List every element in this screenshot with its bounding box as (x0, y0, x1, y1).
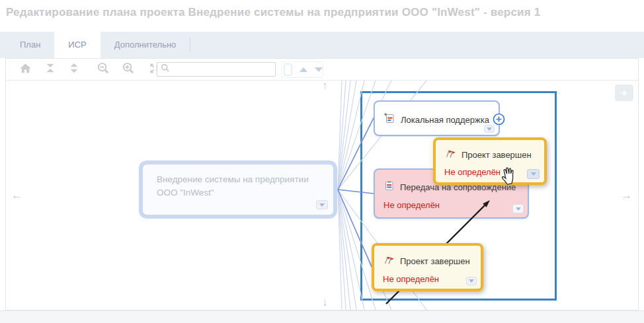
node-status: Не определён (374, 274, 481, 284)
task-icon (383, 180, 395, 194)
chevron-down-icon (469, 279, 474, 283)
collapse-all-icon (44, 61, 57, 77)
plus-circle-icon (493, 113, 505, 126)
node-project-finished-dragged[interactable]: Проект завершен Не определён (433, 137, 547, 185)
page-title: Редактирование плана проекта Внедрение с… (6, 6, 641, 19)
zoom-in-icon (122, 61, 136, 78)
search-options-group (281, 61, 323, 78)
node-collapse-button[interactable] (512, 204, 524, 213)
node-status: Не определён (375, 200, 528, 210)
tab-bar: План ИСР Дополнительно (0, 32, 644, 58)
add-node-button[interactable]: + (615, 85, 633, 101)
project-plan-editor-window: Редактирование плана проекта Внедрение с… (0, 0, 644, 323)
expand-all-button[interactable] (65, 61, 83, 78)
node-collapse-button[interactable] (466, 277, 477, 285)
zoom-in-button[interactable] (120, 61, 137, 78)
tab-plan[interactable]: План (6, 32, 54, 58)
chevron-down-icon (516, 207, 521, 211)
footer-strip (0, 310, 644, 323)
wbs-panel: Внедрение системы на предприятии ООО "In… (5, 58, 639, 310)
tab-separator (190, 38, 190, 52)
mindmap-canvas[interactable]: Внедрение системы на предприятии ООО "In… (6, 81, 638, 310)
scroll-up-arrow[interactable]: ↑ (322, 81, 328, 92)
milestone-icon (444, 147, 456, 162)
search-input[interactable] (173, 63, 275, 75)
color-swatch[interactable] (284, 63, 292, 76)
node-collapse-button[interactable] (484, 125, 495, 133)
summary-task-icon (383, 112, 395, 127)
add-child-button[interactable] (493, 113, 505, 126)
find-next-button[interactable] (315, 67, 323, 72)
collapse-all-button[interactable] (42, 61, 59, 78)
node-project-finished[interactable]: Проект завершен Не определён (372, 243, 483, 291)
zoom-out-icon (97, 61, 110, 78)
home-button[interactable] (17, 61, 34, 78)
node-title: Проект завершен (462, 150, 532, 160)
node-title: Проект завершен (400, 256, 470, 266)
scroll-right-arrow[interactable]: → (621, 189, 632, 202)
find-previous-button[interactable] (300, 67, 307, 72)
mindmap-toolbar (6, 59, 638, 81)
node-collapse-button[interactable] (527, 169, 540, 179)
expand-all-icon (67, 61, 81, 77)
zoom-out-button[interactable] (95, 61, 112, 78)
root-collapse-button[interactable] (316, 200, 328, 209)
chevron-down-icon (319, 203, 325, 207)
chevron-down-icon (487, 127, 492, 131)
tab-additional[interactable]: Дополнительно (101, 32, 190, 58)
search-icon (161, 63, 170, 75)
scroll-down-arrow[interactable]: ↓ (322, 296, 328, 309)
node-local-support[interactable]: Локальная поддержка (374, 100, 500, 136)
chevron-down-icon (531, 172, 536, 176)
root-node[interactable]: Внедрение системы на предприятии ООО "In… (139, 161, 337, 219)
root-node-title: Внедрение системы на предприятии ООО "In… (157, 173, 330, 199)
search-box (157, 62, 276, 77)
milestone-icon (383, 254, 395, 268)
scroll-left-arrow[interactable]: ← (11, 189, 22, 202)
tab-wbs[interactable]: ИСР (54, 32, 100, 58)
node-title: Локальная поддержка (401, 115, 489, 125)
home-icon (19, 61, 32, 78)
